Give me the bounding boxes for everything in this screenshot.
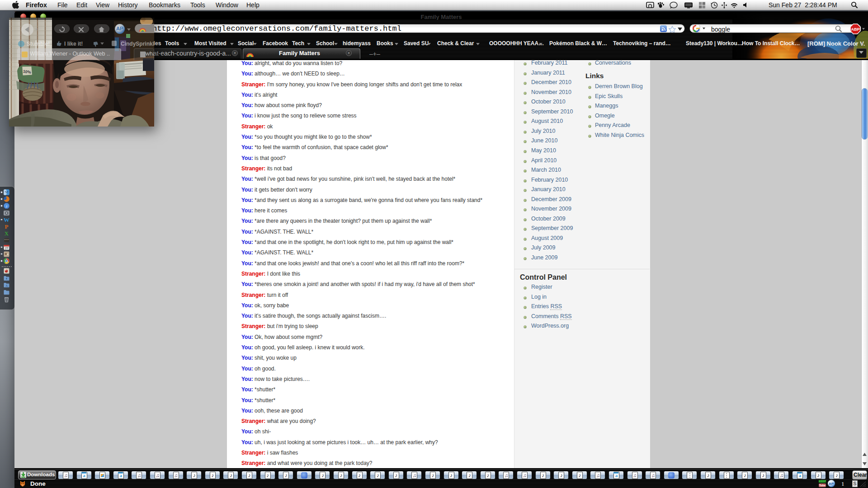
- svg-text:X: X: [5, 230, 9, 236]
- svg-text:27: 27: [5, 246, 9, 249]
- svg-text:♪: ♪: [5, 204, 8, 208]
- svg-text:W: W: [4, 217, 9, 223]
- svg-text:A: A: [5, 284, 8, 287]
- svg-text:P: P: [5, 224, 9, 230]
- svg-text:ABP: ABP: [851, 27, 859, 32]
